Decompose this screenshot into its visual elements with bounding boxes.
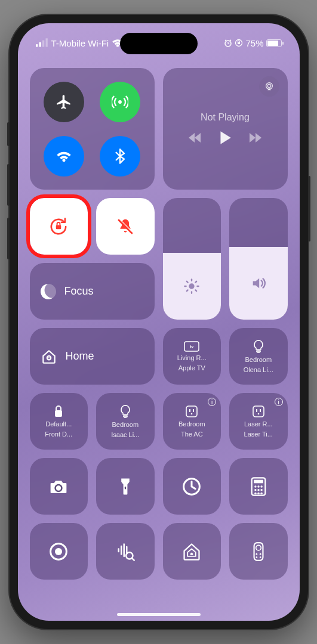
svg-point-61 xyxy=(256,556,257,558)
svg-line-56 xyxy=(132,558,134,560)
svg-point-50 xyxy=(55,547,62,555)
vol-up-button xyxy=(7,164,10,206)
mute-switch xyxy=(7,122,10,146)
tile-line2: Front D... xyxy=(32,431,86,438)
battery-percent: 75% xyxy=(245,38,263,48)
tile-line2: The AC xyxy=(165,431,219,438)
lock-icon xyxy=(53,405,64,418)
tile-line2: Laser Ti... xyxy=(232,431,285,438)
svg-point-46 xyxy=(254,492,256,494)
homekit-button[interactable] xyxy=(163,523,221,580)
svg-point-23 xyxy=(48,357,49,358)
rotation-lock-toggle[interactable] xyxy=(30,198,88,255)
svg-rect-36 xyxy=(125,487,126,490)
svg-rect-6 xyxy=(238,42,240,44)
svg-rect-26 xyxy=(55,410,62,417)
svg-line-21 xyxy=(196,281,197,283)
bluetooth-icon xyxy=(112,148,128,165)
info-icon: i xyxy=(208,398,216,406)
bulb-icon xyxy=(253,339,264,354)
brightness-slider[interactable] xyxy=(163,198,221,320)
outlet-icon xyxy=(185,405,198,418)
sound-search-icon xyxy=(115,541,136,562)
airplay-icon xyxy=(264,81,275,92)
home-tile-bedroom-light-2[interactable]: Bedroom Isaac Li... xyxy=(96,393,155,450)
home-label: Home xyxy=(66,350,94,363)
silent-mode-toggle[interactable] xyxy=(96,198,155,255)
forward-icon[interactable] xyxy=(248,132,263,144)
svg-point-58 xyxy=(256,545,261,550)
home-tile-laser[interactable]: i Laser R... Laser Ti... xyxy=(229,393,288,450)
svg-rect-39 xyxy=(254,479,263,483)
flashlight-button[interactable] xyxy=(96,458,155,515)
rotation-lock-status-icon xyxy=(235,39,243,47)
antenna-icon xyxy=(112,94,128,110)
cellular-data-toggle[interactable] xyxy=(100,82,140,122)
moon-icon xyxy=(38,281,58,301)
bluetooth-toggle[interactable] xyxy=(100,136,140,177)
svg-line-18 xyxy=(187,281,188,283)
svg-point-7 xyxy=(118,100,122,104)
svg-point-42 xyxy=(260,485,262,487)
svg-point-30 xyxy=(191,413,193,415)
svg-point-60 xyxy=(260,553,261,555)
airplane-mode-toggle[interactable] xyxy=(44,82,84,122)
homekit-icon xyxy=(181,541,202,562)
timer-button[interactable] xyxy=(163,458,221,515)
highlight-ring xyxy=(26,194,92,258)
tile-line2: Isaac Li... xyxy=(99,431,152,439)
svg-rect-27 xyxy=(186,406,197,417)
status-right: 75% xyxy=(224,36,281,49)
media-controls[interactable]: Not Playing xyxy=(163,68,288,190)
tile-line2: Olena Li... xyxy=(232,366,285,374)
screen-record-button[interactable] xyxy=(30,523,88,580)
remote-button[interactable] xyxy=(229,523,288,580)
camera-button[interactable] xyxy=(30,458,88,515)
home-tile-bedroom-light-1[interactable]: Bedroom Olena Li... xyxy=(229,328,288,385)
svg-line-19 xyxy=(196,290,197,291)
svg-rect-3 xyxy=(45,38,47,47)
svg-line-20 xyxy=(187,290,188,291)
svg-point-34 xyxy=(257,413,259,415)
screen: T-Mobile Wi-Fi 75% xyxy=(18,23,300,621)
svg-point-13 xyxy=(189,283,195,289)
remote-icon xyxy=(248,541,269,562)
focus-button[interactable]: Focus xyxy=(30,263,155,320)
volume-slider[interactable] xyxy=(229,198,288,320)
tile-line1: Bedroom xyxy=(99,421,152,429)
calculator-button[interactable] xyxy=(229,458,288,515)
tile-line1: Bedroom xyxy=(232,356,285,364)
speaker-icon xyxy=(250,275,267,292)
rewind-icon[interactable] xyxy=(187,132,202,144)
svg-point-62 xyxy=(260,556,261,558)
airplay-button[interactable] xyxy=(259,76,279,97)
svg-rect-28 xyxy=(189,409,190,412)
play-icon[interactable] xyxy=(218,130,232,145)
outlet-icon xyxy=(252,405,265,418)
svg-point-40 xyxy=(254,485,256,487)
wifi-toggle[interactable] xyxy=(44,136,84,177)
home-tile-front-door[interactable]: Default... Front D... xyxy=(30,393,88,450)
cellular-icon xyxy=(36,36,49,49)
sun-icon xyxy=(183,278,200,295)
airplane-icon xyxy=(56,94,72,110)
alarm-icon xyxy=(224,39,232,47)
media-title: Not Playing xyxy=(201,112,250,123)
home-button[interactable]: Home xyxy=(30,328,155,385)
shazam-button[interactable] xyxy=(96,523,155,580)
svg-rect-31 xyxy=(253,406,264,417)
home-indicator[interactable] xyxy=(117,613,201,616)
home-tile-bedroom-ac[interactable]: i Bedroom The AC xyxy=(163,393,221,450)
svg-point-47 xyxy=(257,492,259,494)
control-center: Not Playing Focus xyxy=(30,68,288,609)
svg-point-48 xyxy=(260,492,262,494)
svg-rect-1 xyxy=(39,42,41,47)
record-icon xyxy=(48,541,69,562)
tile-line1: Bedroom xyxy=(165,420,219,428)
svg-rect-33 xyxy=(260,409,261,412)
camera-icon xyxy=(48,476,69,497)
bulb-icon xyxy=(119,404,131,419)
media-buttons xyxy=(187,130,263,145)
dynamic-island xyxy=(120,33,198,54)
home-tile-living-room-tv[interactable]: tv Living R... Apple TV xyxy=(163,328,221,385)
